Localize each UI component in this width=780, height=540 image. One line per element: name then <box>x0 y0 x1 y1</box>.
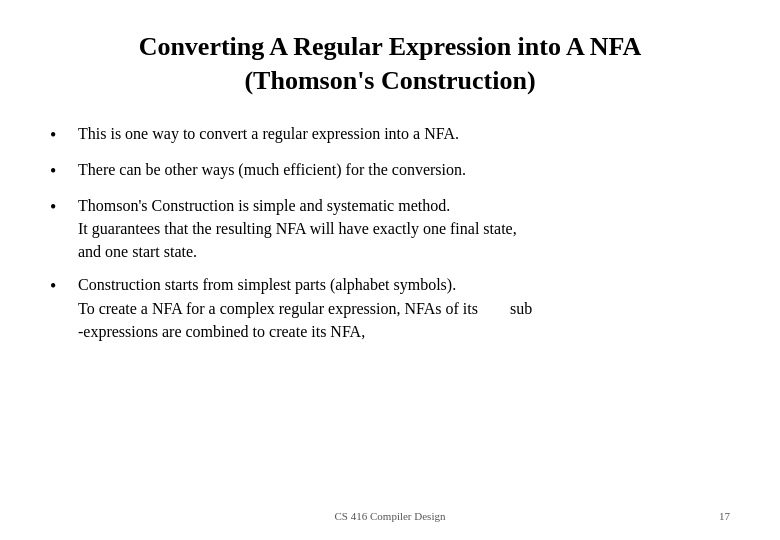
title-line2: (Thomson's Construction) <box>244 66 535 95</box>
title-line1: Converting A Regular Expression into A N… <box>139 32 642 61</box>
slide: Converting A Regular Expression into A N… <box>0 0 780 540</box>
bullet-list: • This is one way to convert a regular e… <box>50 122 730 353</box>
bullet-dot: • <box>50 194 70 220</box>
slide-footer: CS 416 Compiler Design 17 <box>0 510 780 522</box>
slide-title: Converting A Regular Expression into A N… <box>50 30 730 98</box>
list-item: • Construction starts from simplest part… <box>50 273 730 343</box>
bullet-dot: • <box>50 158 70 184</box>
bullet-dot: • <box>50 122 70 148</box>
bullet-dot: • <box>50 273 70 299</box>
bullet-text: This is one way to convert a regular exp… <box>78 122 730 145</box>
list-item: • This is one way to convert a regular e… <box>50 122 730 148</box>
list-item: • Thomson's Construction is simple and s… <box>50 194 730 264</box>
list-item: • There can be other ways (much efficien… <box>50 158 730 184</box>
footer-course: CS 416 Compiler Design <box>335 510 446 522</box>
bullet-text: There can be other ways (much efficient)… <box>78 158 730 181</box>
bullet-text: Thomson's Construction is simple and sys… <box>78 194 730 264</box>
bullet-text: Construction starts from simplest parts … <box>78 273 730 343</box>
footer-page: 17 <box>719 510 730 522</box>
